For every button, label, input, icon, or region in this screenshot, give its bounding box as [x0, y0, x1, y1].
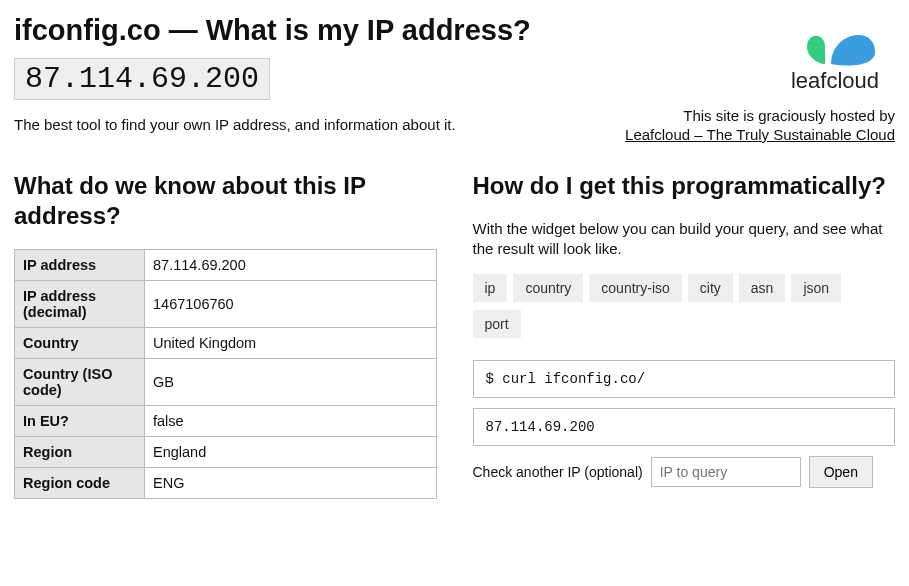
table-row: IP address87.114.69.200: [15, 250, 437, 281]
table-row: Region codeENG: [15, 468, 437, 499]
table-value: false: [145, 406, 437, 437]
query-chip-country-iso[interactable]: country-iso: [589, 274, 681, 302]
ip-query-input[interactable]: [651, 457, 801, 487]
table-key: Region: [15, 437, 145, 468]
query-chip-port[interactable]: port: [473, 310, 521, 338]
table-key: Region code: [15, 468, 145, 499]
api-intro: With the widget below you can build your…: [473, 219, 896, 260]
table-row: Country (ISO code)GB: [15, 359, 437, 406]
table-key: IP address: [15, 250, 145, 281]
sponsor-intro: This site is graciously hosted by: [625, 107, 895, 124]
curl-command: $ curl ifconfig.co/: [473, 360, 896, 398]
query-chip-city[interactable]: city: [688, 274, 733, 302]
tagline: The best tool to find your own IP addres…: [14, 116, 605, 133]
table-value: GB: [145, 359, 437, 406]
table-row: In EU?false: [15, 406, 437, 437]
query-chip-country[interactable]: country: [513, 274, 583, 302]
check-ip-label: Check another IP (optional): [473, 464, 643, 480]
table-key: In EU?: [15, 406, 145, 437]
table-value: England: [145, 437, 437, 468]
info-heading: What do we know about this IP address?: [14, 171, 437, 231]
table-row: CountryUnited Kingdom: [15, 328, 437, 359]
query-chip-json[interactable]: json: [791, 274, 841, 302]
open-button[interactable]: Open: [809, 456, 873, 488]
table-row: RegionEngland: [15, 437, 437, 468]
table-key: Country (ISO code): [15, 359, 145, 406]
query-chip-row: ipcountrycountry-isocityasnjsonport: [473, 274, 896, 346]
query-chip-ip[interactable]: ip: [473, 274, 508, 302]
sponsor-logo: leafcloud: [625, 12, 895, 101]
table-key: Country: [15, 328, 145, 359]
curl-result: 87.114.69.200: [473, 408, 896, 446]
table-row: IP address (decimal)1467106760: [15, 281, 437, 328]
api-heading: How do I get this programmatically?: [473, 171, 896, 201]
table-key: IP address (decimal): [15, 281, 145, 328]
table-value: 87.114.69.200: [145, 250, 437, 281]
sponsor-link[interactable]: Leafcloud – The Truly Sustainable Cloud: [625, 126, 895, 143]
table-value: United Kingdom: [145, 328, 437, 359]
query-chip-asn[interactable]: asn: [739, 274, 786, 302]
svg-text:leafcloud: leafcloud: [791, 68, 879, 93]
table-value: 1467106760: [145, 281, 437, 328]
ip-info-table: IP address87.114.69.200IP address (decim…: [14, 249, 437, 499]
table-value: ENG: [145, 468, 437, 499]
ip-address-display: 87.114.69.200: [14, 58, 270, 100]
page-title: ifconfig.co — What is my IP address?: [14, 12, 605, 48]
